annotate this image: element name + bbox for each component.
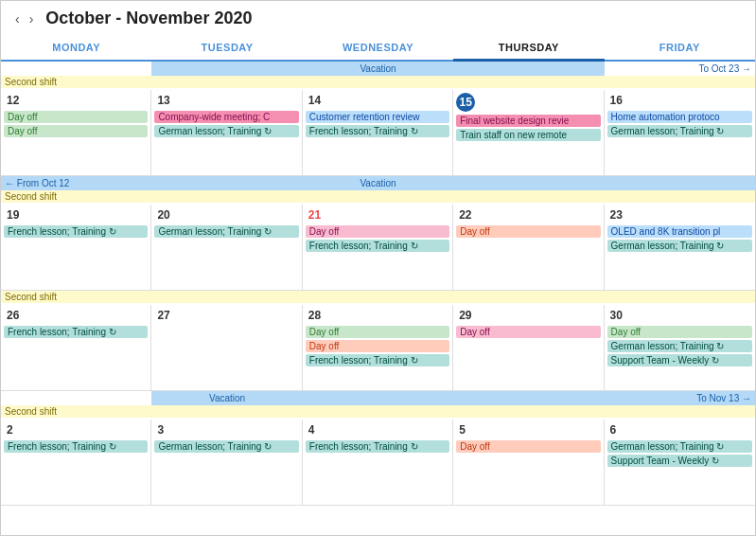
- week-row: Vacation To Nov 13 → Second shift 2 Fren…: [1, 391, 755, 506]
- day-21: 21 Day off French lesson; Training ↻: [303, 205, 453, 290]
- banner-empty: [453, 391, 604, 405]
- day-26: 26 French lesson; Training ↻: [1, 305, 151, 390]
- banner-row-2: ← From Oct 12 Vacation: [1, 176, 755, 190]
- days-row-4: 2 French lesson; Training ↻ 3 German les…: [1, 420, 755, 505]
- event[interactable]: Day off: [306, 225, 449, 238]
- day-3: 3 German lesson; Training ↻: [151, 420, 302, 505]
- vacation-end-1: To Oct 23 →: [605, 62, 755, 76]
- event[interactable]: Day off: [4, 125, 148, 137]
- event[interactable]: German lesson; Training ↻: [154, 440, 298, 453]
- day-number: 16: [607, 93, 625, 108]
- event[interactable]: French lesson; Training ↻: [4, 326, 148, 338]
- day-30: 30 Day off German lesson; Training ↻ Sup…: [605, 305, 755, 390]
- day-number: 12: [4, 93, 22, 108]
- event[interactable]: German lesson; Training ↻: [154, 225, 298, 238]
- day-15: 15 Final website design revie Train staf…: [453, 90, 604, 175]
- event[interactable]: German lesson; Training ↻: [607, 240, 752, 252]
- next-button[interactable]: ›: [25, 9, 39, 28]
- days-row-3: 26 French lesson; Training ↻ 27 28 Day o…: [1, 305, 755, 390]
- calendar-grid: Vacation To Oct 23 → Second shift 12 Day…: [1, 62, 755, 535]
- event[interactable]: Customer retention review: [306, 111, 449, 123]
- event[interactable]: Day off: [306, 326, 449, 338]
- event[interactable]: Day off: [456, 225, 600, 238]
- calendar-container: ‹ › October - November 2020 MONDAY TUESD…: [0, 0, 756, 536]
- event[interactable]: French lesson; Training ↻: [4, 225, 148, 238]
- event[interactable]: Day off: [456, 326, 600, 338]
- event[interactable]: Day off: [4, 111, 148, 123]
- day-12: 12 Day off Day off: [1, 90, 151, 175]
- calendar-title: October - November 2020: [45, 9, 252, 28]
- event[interactable]: French lesson; Training ↻: [306, 240, 449, 252]
- day-28: 28 Day off Day off French lesson; Traini…: [303, 305, 453, 390]
- event[interactable]: Company-wide meeting; C: [154, 111, 298, 123]
- week-row: ← From Oct 12 Vacation Second shift 19 F…: [1, 176, 755, 291]
- day-number: 26: [4, 308, 22, 323]
- day-2: 2 French lesson; Training ↻: [1, 420, 151, 505]
- event[interactable]: German lesson; Training ↻: [607, 125, 752, 137]
- event[interactable]: German lesson; Training ↻: [607, 440, 752, 453]
- day-number: 19: [4, 207, 22, 223]
- day-5: 5 Day off: [453, 420, 604, 505]
- day-number: 27: [154, 308, 172, 323]
- event[interactable]: German lesson; Training ↻: [154, 125, 298, 137]
- days-row-2: 19 French lesson; Training ↻ 20 German l…: [1, 205, 755, 290]
- day-22: 22 Day off: [453, 205, 604, 290]
- event[interactable]: Day off: [306, 340, 449, 352]
- header-tuesday: TUESDAY: [151, 36, 302, 60]
- banner-empty: [303, 391, 453, 405]
- week-row: Second shift 26 French lesson; Training …: [1, 291, 755, 391]
- vacation-from: ← From Oct 12: [1, 176, 151, 190]
- banner-cell-1: [1, 62, 151, 76]
- day-number: 4: [306, 422, 318, 438]
- day-19: 19 French lesson; Training ↻: [1, 205, 151, 290]
- event[interactable]: Day off: [456, 440, 600, 453]
- day-29: 29 Day off: [453, 305, 604, 390]
- event[interactable]: OLED and 8K transition pl: [607, 225, 752, 238]
- banner-empty: [453, 176, 604, 190]
- event[interactable]: Support Team - Weekly ↻: [607, 354, 752, 366]
- day-number: 6: [607, 422, 620, 438]
- days-row-1: 12 Day off Day off 13 Company-wide meeti…: [1, 90, 755, 175]
- header-wednesday: WEDNESDAY: [303, 36, 453, 60]
- vacation-banner-2: Vacation: [303, 176, 453, 190]
- shift-banner-2: Second shift: [1, 190, 755, 203]
- event[interactable]: French lesson; Training ↻: [306, 354, 449, 366]
- day-16: 16 Home automation protoco German lesson…: [605, 90, 755, 175]
- day-number-red: 21: [306, 207, 324, 223]
- banner-empty: [1, 391, 151, 395]
- day-number: 29: [456, 308, 474, 323]
- prev-button[interactable]: ‹: [10, 9, 25, 28]
- day-number: 22: [456, 207, 474, 223]
- day-number: 3: [154, 422, 167, 438]
- banner-row-4: Vacation To Nov 13 →: [1, 391, 755, 405]
- event[interactable]: Train staff on new remote: [456, 129, 600, 141]
- day-27: 27: [151, 305, 302, 390]
- day-14: 14 Customer retention review French less…: [303, 90, 453, 175]
- event[interactable]: Support Team - Weekly ↻: [607, 455, 752, 467]
- event[interactable]: Final website design revie: [456, 115, 600, 127]
- day-23: 23 OLED and 8K transition pl German less…: [605, 205, 755, 290]
- day-number: 2: [4, 422, 16, 438]
- day-13: 13 Company-wide meeting; C German lesson…: [151, 90, 302, 175]
- day-4: 4 French lesson; Training ↻: [303, 420, 453, 505]
- header-monday: MONDAY: [1, 36, 151, 60]
- day-number: 30: [607, 308, 625, 323]
- day-20: 20 German lesson; Training ↻: [151, 205, 302, 290]
- event[interactable]: French lesson; Training ↻: [306, 440, 449, 453]
- vacation-banner-1: Vacation: [151, 62, 604, 76]
- header-thursday: THURSDAY: [453, 36, 604, 62]
- shift-banner-1: Second shift: [1, 76, 755, 88]
- event[interactable]: French lesson; Training ↻: [306, 125, 449, 137]
- event[interactable]: German lesson; Training ↻: [607, 340, 752, 352]
- shift-banner-3: Second shift: [1, 291, 755, 303]
- day-6: 6 German lesson; Training ↻ Support Team…: [605, 420, 755, 505]
- event[interactable]: Day off: [607, 326, 752, 338]
- event[interactable]: Home automation protoco: [607, 111, 752, 123]
- nav-header: ‹ › October - November 2020: [1, 1, 755, 36]
- day-number-today: 15: [456, 93, 475, 112]
- event[interactable]: French lesson; Training ↻: [4, 440, 148, 453]
- day-number: 13: [154, 93, 172, 108]
- day-number: 5: [456, 422, 468, 438]
- banner-empty: [151, 176, 302, 190]
- day-number: 14: [306, 93, 324, 108]
